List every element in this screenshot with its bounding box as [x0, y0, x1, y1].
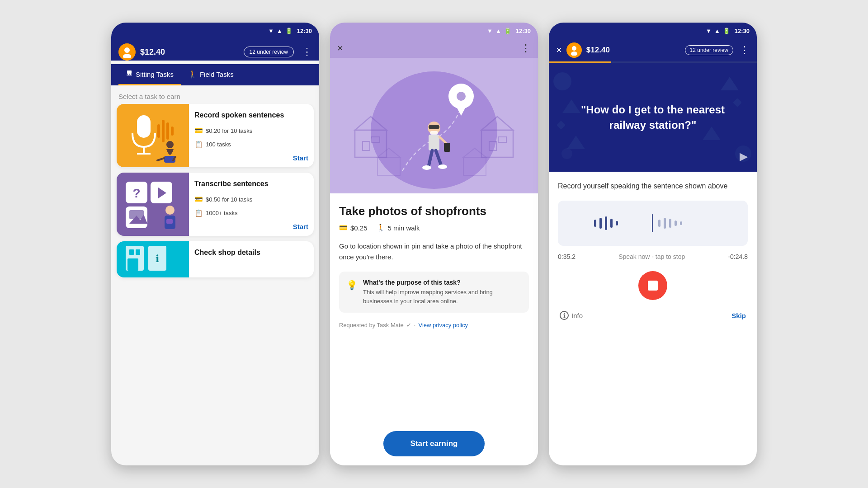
info-button[interactable]: ℹ Info	[560, 311, 583, 320]
svg-rect-41	[498, 137, 506, 142]
svg-rect-71	[599, 218, 602, 229]
svg-point-65	[553, 72, 571, 90]
svg-point-54	[438, 164, 447, 169]
requested-by: Requested by Task Mate ✓ · View privacy …	[339, 322, 529, 328]
task-mate-verified-icon: ✓	[406, 322, 411, 328]
balance-1: $12.40	[140, 47, 239, 57]
task-title-shop: Check shop details	[194, 249, 308, 257]
phone-task-detail: ▼ ▲ 🔋 12:30 × ⋮	[330, 23, 538, 465]
speak-now-label: Speak now - tap to stop	[618, 253, 685, 260]
svg-rect-7	[162, 120, 165, 142]
task-list: Record spoken sentences 💳 $0.20 for 10 t…	[111, 104, 319, 465]
more-menu-icon-1[interactable]: ⋮	[302, 46, 312, 58]
phone-recording: ▼ ▲ 🔋 12:30 × $12.40 12 under review ⋮	[549, 23, 757, 465]
price-meta-val: $0.25	[350, 224, 368, 232]
review-badge-3[interactable]: 12 under review	[685, 45, 733, 55]
balance-3: $12.40	[586, 46, 680, 55]
tab-sitting-label: Sitting Tasks	[136, 70, 174, 78]
price-icon-transcribe: 💳	[194, 195, 203, 203]
purpose-desc: This will help improve mapping services …	[363, 288, 522, 305]
purpose-box: 💡 What's the purpose of this task? This …	[339, 272, 529, 313]
svg-point-13	[166, 141, 174, 148]
task-price-record: 💳 $0.20 for 10 tasks	[194, 127, 308, 135]
svg-rect-73	[610, 219, 613, 228]
more-menu-icon-3[interactable]: ⋮	[740, 44, 750, 56]
svg-text:ℹ: ℹ	[156, 253, 159, 264]
info-circle-icon: ℹ	[560, 311, 569, 320]
walk-meta-icon: 🚶	[377, 224, 385, 232]
task-card-body-record: Record spoken sentences 💳 $0.20 for 10 t…	[189, 104, 314, 167]
svg-rect-28	[129, 249, 134, 255]
task-card-transcribe: ? Transcribe sentences 💳	[117, 173, 314, 236]
tab-field-tasks[interactable]: 🚶 Field Tasks	[181, 65, 241, 85]
task-price-transcribe: 💳 $0.50 for 10 tasks	[194, 195, 308, 203]
tab-bar-1: Sitting Tasks 🚶 Field Tasks	[111, 64, 319, 85]
task-card-body-shop: Check shop details	[189, 241, 314, 277]
status-bar-1: ▼ ▲ 🔋 12:30	[111, 23, 319, 39]
sentence-text: "How do I get to the nearest railway sta…	[562, 102, 743, 132]
svg-rect-26	[166, 219, 173, 224]
signal-icon-2: ▲	[495, 28, 501, 34]
bottom-bar-2: Start earning	[330, 422, 538, 465]
close-button-3[interactable]: ×	[556, 44, 562, 56]
svg-rect-47	[430, 131, 438, 135]
header-1: $12.40 12 under review ⋮	[111, 39, 319, 61]
info-label: Info	[571, 312, 583, 319]
sitting-icon	[126, 70, 133, 79]
svg-point-1	[123, 54, 131, 58]
time-display-3: 12:30	[735, 28, 750, 34]
svg-rect-70	[594, 220, 596, 227]
svg-rect-74	[616, 221, 618, 225]
svg-point-59	[572, 46, 576, 51]
start-earning-button[interactable]: Start earning	[383, 431, 485, 456]
play-button[interactable]: ▶	[740, 150, 748, 163]
stop-button[interactable]	[638, 271, 667, 300]
svg-rect-80	[680, 221, 682, 225]
task-meta-detail: 💳 $0.25 🚶 5 min walk	[339, 224, 529, 232]
close-button-2[interactable]: ×	[337, 42, 343, 54]
svg-rect-77	[664, 218, 666, 229]
top-bar-3: × $12.40 12 under review ⋮	[549, 39, 757, 61]
svg-rect-2	[127, 70, 132, 74]
bottom-action: ℹ Info Skip	[558, 311, 748, 320]
task-card-body-transcribe: Transcribe sentences 💳 $0.50 for 10 task…	[189, 173, 314, 236]
task-price-record-val: $0.20 for 10 tasks	[206, 127, 252, 134]
task-card-image-transcribe: ?	[117, 173, 189, 236]
tab-sitting-tasks[interactable]: Sitting Tasks	[118, 64, 181, 85]
purpose-icon: 💡	[346, 280, 358, 305]
review-badge-1[interactable]: 12 under review	[244, 47, 294, 57]
separator: ·	[414, 322, 416, 328]
signal-icon-3: ▲	[714, 28, 720, 34]
waveform-container	[558, 201, 748, 246]
time-row: 0:35.2 Speak now - tap to stop -0:24.8	[558, 253, 748, 260]
time-elapsed: 0:35.2	[558, 253, 576, 260]
start-button-transcribe[interactable]: Start	[194, 223, 308, 230]
svg-point-24	[165, 206, 175, 215]
phone-task-list: ▼ ▲ 🔋 12:30 $12.40 12 under review ⋮ Sit…	[111, 23, 319, 465]
record-controls	[558, 271, 748, 300]
purpose-title: What's the purpose of this task?	[363, 279, 522, 286]
requested-by-text: Requested by Task Mate	[339, 322, 404, 328]
task-card-image-record	[117, 104, 189, 167]
top-bar-2: × ⋮	[330, 39, 538, 58]
time-display-2: 12:30	[516, 28, 531, 34]
privacy-link[interactable]: View privacy policy	[418, 322, 468, 328]
avatar-3	[566, 42, 582, 58]
purpose-content: What's the purpose of this task? This wi…	[363, 279, 522, 305]
battery-icon-3: 🔋	[723, 28, 730, 34]
more-menu-icon-2[interactable]: ⋮	[521, 42, 531, 54]
status-bar-3: ▼ ▲ 🔋 12:30	[549, 23, 757, 39]
skip-button[interactable]: Skip	[731, 312, 746, 319]
count-icon-transcribe: 📋	[194, 209, 203, 217]
sentence-section: "How do I get to the nearest railway sta…	[549, 63, 757, 172]
task-title-transcribe: Transcribe sentences	[194, 180, 308, 188]
recording-body: Record yourself speaking the sentence sh…	[549, 172, 757, 465]
distance-meta: 🚶 5 min walk	[377, 224, 420, 232]
status-bar-2: ▼ ▲ 🔋 12:30	[330, 23, 538, 39]
price-meta: 💳 $0.25	[339, 224, 368, 232]
svg-rect-29	[136, 249, 140, 255]
wifi-icon-3: ▼	[706, 28, 712, 34]
start-button-record[interactable]: Start	[194, 154, 308, 162]
hero-section	[330, 58, 538, 193]
svg-rect-75	[652, 214, 653, 232]
